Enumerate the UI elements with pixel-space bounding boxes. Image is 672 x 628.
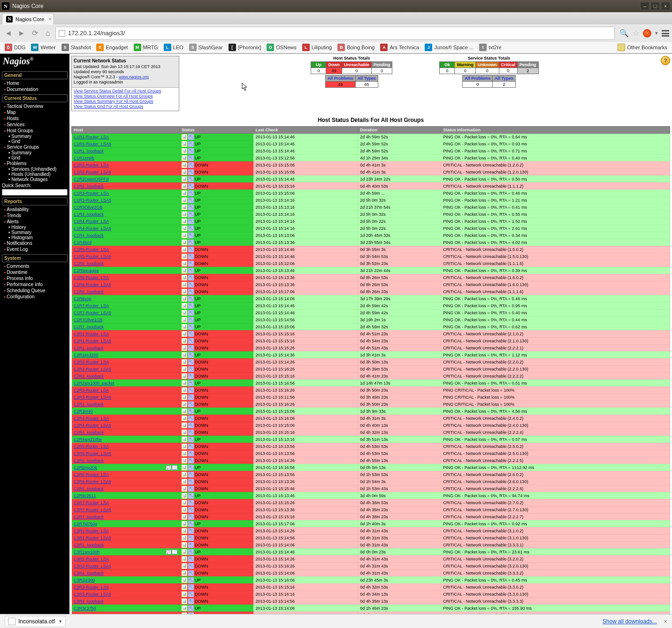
status-icon[interactable]: 📊 (182, 345, 187, 351)
host-link[interactable]: C1R1-Router_LSA (74, 135, 109, 139)
status-icon[interactable]: 📊 (182, 458, 187, 463)
nav-problems[interactable]: Problems (2, 160, 68, 166)
host-link[interactable]: C1R6-Router_LSA (74, 275, 109, 280)
extinfo-icon[interactable]: 🔧 (188, 423, 194, 428)
extinfo-icon[interactable]: 🔧 (188, 366, 194, 372)
host-link[interactable]: C2R3_loopback (74, 402, 104, 407)
extinfo-icon[interactable]: 🔧 (188, 535, 194, 541)
status-icon[interactable]: 📊 (182, 331, 187, 337)
status-icon[interactable]: 📊 (182, 359, 187, 365)
extinfo-icon[interactable]: 🔧 (188, 212, 194, 217)
extinfo-icon[interactable]: 🔧 (188, 479, 194, 484)
status-icon[interactable]: 📊 (182, 444, 187, 449)
nav-hg-grid[interactable]: Grid (11, 139, 20, 144)
extinfo-icon[interactable]: 🔧 (188, 542, 194, 548)
bookmark-item[interactable]: AArs Technica (378, 43, 421, 52)
extinfo-icon[interactable]: 🔧 (188, 247, 194, 252)
status-icon[interactable]: 📊 (182, 507, 187, 513)
status-icon[interactable]: 📊 (182, 317, 187, 323)
nav-tactical[interactable]: Tactical Overview (2, 103, 68, 109)
sort-icon[interactable]: ↑↓ (378, 128, 382, 132)
host-link[interactable]: C1R3_loopback (74, 212, 104, 217)
extinfo-icon[interactable]: 🔧 (188, 465, 194, 470)
extinfo-icon[interactable]: 🔧 (188, 197, 194, 203)
ht-val-up[interactable]: 0 (311, 68, 326, 74)
status-icon[interactable]: 📊 (182, 528, 187, 534)
st-head-pending[interactable]: Pending (518, 62, 539, 68)
comment-icon[interactable]: 💬 (166, 550, 171, 554)
nav-processinfo[interactable]: Process Info (2, 275, 68, 281)
status-icon[interactable]: 📊 (182, 268, 187, 273)
extinfo-icon[interactable]: 🔧 (188, 155, 194, 161)
host-link[interactable]: C3R3c3750 (74, 606, 96, 611)
host-link[interactable]: C1R6_loopback (74, 289, 104, 294)
host-link[interactable]: C2R6_loopback (74, 486, 104, 491)
host-link[interactable]: C2R6-Router_LSA (74, 472, 109, 477)
status-icon[interactable]: 📊 (182, 261, 187, 266)
infobox-link[interactable]: View Status Summary For All Host Groups (74, 99, 177, 104)
extinfo-icon[interactable]: 🔧 (188, 570, 194, 576)
host-link[interactable]: C2R7-Router_LSA5 (74, 507, 111, 512)
host-link[interactable]: C2R3m40 (74, 409, 93, 414)
bookmark-item[interactable]: LLiliputing (300, 43, 334, 52)
status-icon[interactable]: 📊 (182, 212, 187, 217)
status-icon[interactable]: 📊 (182, 423, 187, 428)
host-link[interactable]: C1R4_loopback (74, 233, 104, 238)
status-icon[interactable]: 📊 (182, 247, 187, 252)
host-link[interactable]: C2R2-Router_LSA (74, 360, 109, 364)
ht-val-down[interactable]: 49 (326, 68, 342, 74)
host-link[interactable]: C1R7_loopback (74, 325, 104, 329)
status-icon[interactable]: 📊 (182, 514, 187, 520)
nav-sg-grid[interactable]: Grid (11, 155, 20, 160)
host-link[interactable]: C2R2-Router_LSA5 (74, 367, 111, 371)
status-icon[interactable]: 📊 (182, 556, 187, 562)
dropdown-icon[interactable]: ▼ (58, 619, 62, 624)
host-link[interactable]: C2R4srx210he (74, 437, 102, 442)
status-icon[interactable]: 📊 (182, 584, 187, 590)
extinfo-icon[interactable]: 🔧 (188, 451, 194, 456)
extinfo-icon[interactable]: 🔧 (188, 514, 194, 520)
host-link[interactable]: C1R5-Router_LSA5 (74, 254, 111, 259)
flap-icon[interactable]: 📄 (172, 550, 177, 554)
status-icon[interactable]: 📊 (182, 373, 187, 379)
status-icon[interactable]: 📊 (182, 190, 187, 196)
st-val-warning[interactable]: 0 (455, 68, 476, 74)
nav-hostgroups[interactable]: Host Groups (2, 128, 68, 134)
browser-tab[interactable]: N Nagios Core × (2, 13, 54, 24)
extinfo-icon[interactable]: 🔧 (188, 430, 194, 435)
host-link[interactable]: C3R3_loopback (74, 599, 104, 604)
bookmark-item[interactable]: OOSNews (265, 43, 298, 52)
nav-pr-services[interactable]: Services (Unhandled) (11, 166, 56, 172)
host-link[interactable]: C3R2_loopback (74, 571, 104, 575)
status-icon[interactable]: 📊 (182, 134, 187, 140)
host-link[interactable]: C3R2j2300 (74, 578, 95, 583)
host-link[interactable]: C2R5-Router_LSA (74, 444, 109, 449)
extinfo-icon[interactable]: 🔧 (188, 591, 194, 597)
nav-configuration[interactable]: Configuration (2, 294, 68, 300)
status-icon[interactable]: 📊 (182, 148, 187, 154)
extinfo-icon[interactable]: 🔧 (188, 338, 194, 344)
col-status[interactable]: Status↑↓ (179, 126, 253, 133)
status-icon[interactable]: 📊 (182, 289, 187, 295)
extinfo-icon[interactable]: 🔧 (188, 577, 194, 583)
extinfo-icon[interactable]: 🔧 (188, 296, 194, 302)
extinfo-icon[interactable]: 🔧 (188, 219, 194, 224)
extinfo-icon[interactable]: 🔧 (188, 605, 194, 611)
status-icon[interactable]: 📊 (182, 204, 187, 210)
status-icon[interactable]: 📊 (182, 226, 187, 231)
ht-val-unreach[interactable]: 0 (342, 68, 371, 74)
status-icon[interactable]: 📊 (182, 296, 187, 302)
zoom-icon[interactable]: 🔍 (619, 29, 629, 38)
sort-icon[interactable]: ↑↓ (195, 128, 199, 132)
bookmark-item[interactable]: SSlashGear (187, 43, 225, 52)
extinfo-icon[interactable]: 🔧 (188, 169, 194, 175)
host-link[interactable]: C2R1ex3200 (74, 353, 99, 357)
adblock-icon[interactable] (643, 29, 651, 38)
host-link[interactable]: C3R2-Router_LSA5 (74, 564, 111, 568)
host-link[interactable]: C1R7Olive1GB (74, 318, 103, 322)
st-head-ok[interactable]: Ok (440, 62, 455, 68)
status-icon[interactable]: 📊 (182, 500, 187, 506)
bookmark-item[interactable]: BBoing Boing (336, 43, 376, 52)
status-icon[interactable]: 📊 (182, 197, 187, 203)
extinfo-icon[interactable]: 🔧 (188, 387, 194, 393)
